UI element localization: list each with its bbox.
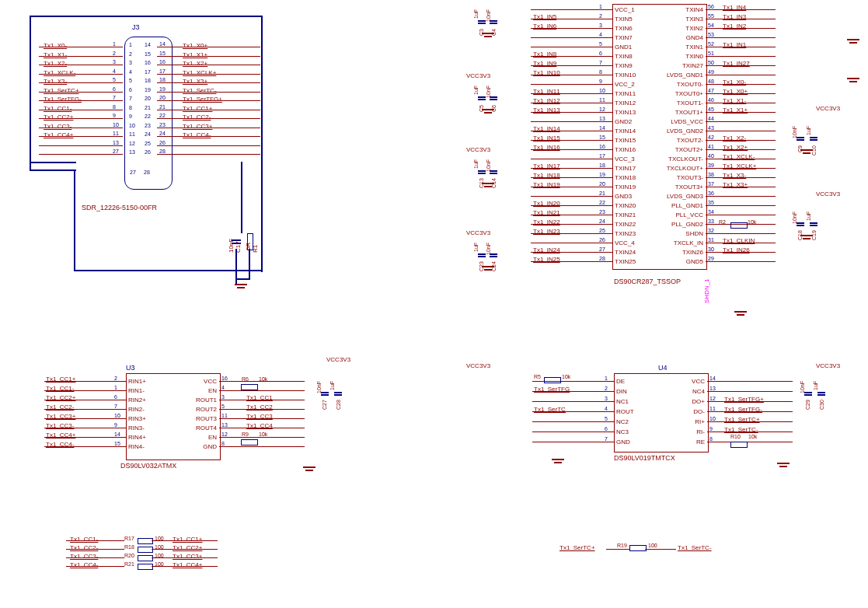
u2-pin-num: 49 — [708, 69, 714, 75]
c29-val: 10nF — [800, 381, 805, 393]
u2-pin-name: LVDS_VCC — [671, 118, 703, 125]
j3-left-net: Tx1_CC1- — [44, 105, 71, 112]
wire — [706, 121, 776, 122]
u2-pin-num: 55 — [708, 13, 714, 19]
wire — [531, 121, 612, 122]
u4-pin-num: 4 — [605, 406, 608, 411]
cap-c13 — [478, 166, 486, 177]
u2-pin-name: TXIN8 — [615, 53, 633, 60]
wire — [645, 549, 676, 550]
res-r10 — [730, 442, 748, 448]
wire — [706, 56, 776, 57]
wire — [219, 437, 305, 438]
u2-left-net: Tx1_IN17 — [533, 162, 560, 169]
j3-right-net: Tx1_X2+ — [183, 60, 207, 67]
u2-pin-num: 18 — [599, 162, 605, 168]
wire — [157, 100, 260, 101]
wire — [707, 442, 793, 442]
u2-pin-num: 44 — [708, 116, 714, 121]
j3-body-pin: 5 — [129, 78, 132, 83]
c18-val: 10nF — [792, 211, 797, 224]
u2-pin-num: 14 — [599, 125, 605, 131]
u2-right-net: Tx1_XCLK+ — [723, 162, 756, 169]
j3-part: SDR_12226-5150-00FR — [82, 204, 157, 211]
u2-pin-name: TXIN23 — [615, 230, 636, 237]
u2-pin-num: 53 — [708, 32, 714, 37]
wire — [706, 131, 776, 131]
wire — [74, 169, 75, 271]
u2-pin-num: 25 — [599, 228, 605, 233]
u4-pin-name: DO+ — [692, 398, 705, 405]
c29-ref: C29 — [805, 400, 810, 410]
gnd-c2324 — [482, 266, 494, 275]
u3-left-net: Tx1_CC2+ — [46, 394, 75, 401]
j3-pin-num: 9 — [113, 113, 116, 118]
u3-pin-name: ROUT3 — [196, 415, 217, 422]
term1-right: Tx1_CC2+ — [173, 544, 202, 551]
wire — [30, 16, 263, 17]
u3-left-net: Tx1_CC4- — [46, 441, 74, 448]
u4-pin-name: RE — [696, 439, 705, 446]
gnd-c1819 — [800, 235, 813, 244]
j3-right-net: Tx1_XCLK+ — [183, 69, 216, 76]
wire — [66, 549, 124, 550]
u3-pin-num: 6 — [114, 394, 117, 400]
j3-pin-num: 14 — [159, 41, 166, 47]
u2-pin-name: PLL_GND2 — [671, 221, 703, 228]
u3-pin-name: RIN4- — [128, 443, 145, 450]
u2-right-net: Tx1_IN26 — [723, 246, 750, 253]
wire — [30, 16, 31, 171]
c3-val: 1uF — [473, 9, 479, 19]
u2-right-net: Tx1_IN27 — [723, 60, 750, 67]
u2-pin-num: 38 — [708, 172, 714, 177]
r6-val: 10k — [259, 376, 267, 382]
j3-right-net: Tx1_SerTFG+ — [183, 96, 222, 103]
wire — [531, 37, 612, 38]
vcc-u2-2: VCC3V3 — [466, 146, 490, 153]
u2-left-net: Tx1_IN5 — [533, 13, 556, 20]
u2-pin-num: 7 — [599, 60, 602, 65]
wire — [157, 110, 260, 110]
u2-pin-name: LVDS_GND3 — [667, 193, 703, 200]
u2-pin-num: 1 — [599, 4, 602, 9]
u2-pin-num: 6 — [599, 51, 602, 56]
u2-left-net: Tx1_IN9 — [533, 60, 556, 67]
j3-body-pin: 3 — [129, 60, 132, 65]
c23-val: 1uF — [473, 243, 479, 252]
u2-pin-name: TXIN11 — [615, 90, 636, 97]
wire — [531, 47, 612, 47]
u3-pin-name: VCC — [204, 378, 217, 385]
j3-pin-num: 27 — [113, 149, 119, 154]
u2-pin-name: TXOUT0- — [677, 81, 703, 88]
cap-c5 — [478, 92, 486, 103]
wire — [706, 37, 776, 38]
u4-pin-name: GND — [616, 439, 630, 446]
wire — [39, 74, 123, 75]
u2-right-net: Tx1_XCLK- — [723, 153, 755, 160]
j3-pin-num: 19 — [159, 86, 166, 92]
r5-val: 10k — [562, 374, 570, 379]
u2-pin-num: 13 — [599, 116, 605, 121]
u3-pin-name: RIN2- — [128, 406, 145, 413]
u2-left-net: Tx1_IN11 — [533, 88, 560, 95]
wire — [157, 74, 260, 75]
u2-part: DS90CR287_TSSOP — [614, 278, 681, 285]
r5-ref: R5 — [534, 374, 541, 379]
u3-pin-name: RIN3+ — [128, 415, 146, 422]
gnd-c910 — [800, 149, 813, 159]
u2-pin-name: TXIN25 — [615, 258, 636, 265]
cap-c30 — [817, 387, 825, 399]
j3-pin-num: 21 — [159, 104, 166, 110]
j3-body-pin: 4 — [129, 69, 132, 75]
u2-pin-name: LVDS_GND1 — [667, 72, 703, 79]
u3-pin-num: 2 — [114, 376, 117, 381]
u2-pin-name: TXIN13 — [615, 109, 636, 116]
c28-val: 1uF — [329, 381, 335, 390]
u3-left-net: Tx1_CC4+ — [46, 432, 75, 439]
gnd-u4-l — [552, 459, 564, 468]
u2-pin-name: TXOUT3+ — [675, 183, 703, 190]
u2-right-net: Tx1_IN3 — [723, 13, 746, 20]
u2-pin-num: 40 — [708, 153, 714, 159]
j3-body-pin: 2 — [129, 51, 132, 57]
term1-right: Tx1_CC1+ — [173, 536, 202, 543]
